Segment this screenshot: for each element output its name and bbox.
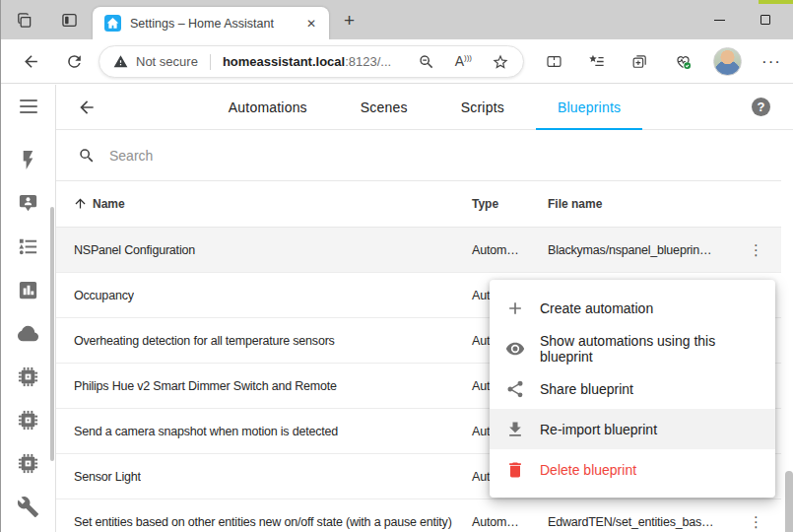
row-file-name: Blackymas/nspanel_blueprin…	[548, 243, 711, 257]
share-icon	[505, 379, 525, 399]
row-name: Overheating detection for all temperatur…	[74, 334, 335, 348]
row-name: Send a camera snapshot when motion is de…	[74, 425, 338, 438]
sidebar-item-device-3[interactable]	[1, 441, 55, 485]
bar-chart-icon	[17, 279, 39, 301]
sidebar-item-history[interactable]	[1, 268, 55, 311]
sidebar-item-badge[interactable]	[1, 181, 55, 225]
menu-item-label: Delete blueprint	[540, 462, 636, 478]
sidebar-menu-icon[interactable]	[20, 100, 37, 117]
tab-stacks-icon[interactable]	[16, 11, 34, 30]
menu-item-label: Show automations using this blueprint	[540, 333, 760, 365]
ha-sidebar	[1, 85, 56, 532]
table-row[interactable]: Set entities based on other entities new…	[56, 499, 781, 532]
ha-nav-tabs: Automations Scenes Scripts Blueprints	[207, 85, 642, 130]
sidebar-item-device-2[interactable]	[1, 398, 55, 441]
maximize-icon	[760, 15, 770, 25]
menu-item-share-blueprint[interactable]: Share blueprint	[490, 368, 775, 409]
row-overflow-menu-icon[interactable]: ⋮	[743, 511, 769, 532]
sort-ascending-icon[interactable]	[73, 196, 88, 211]
not-secure-warning-icon	[113, 54, 128, 69]
search-icon[interactable]	[78, 147, 96, 165]
blueprint-context-menu: Create automation Show automations using…	[490, 280, 775, 498]
sidebar-item-device-1[interactable]	[1, 355, 55, 398]
url-host: homeassistant.local	[223, 54, 345, 69]
column-header-file-name[interactable]: File name	[548, 197, 602, 211]
browser-window: Settings – Home Assistant ✕ + Not secure…	[0, 0, 793, 532]
row-type: Autom…	[472, 515, 518, 529]
row-name: Sensor Light	[74, 470, 141, 484]
tab-close-icon[interactable]: ✕	[302, 15, 320, 33]
address-bar[interactable]: Not secure homeassistant.local :8123/...…	[99, 45, 524, 78]
tab-scripts[interactable]: Scripts	[439, 85, 526, 130]
security-label: Not secure	[136, 54, 198, 69]
tab-title: Settings – Home Assistant	[130, 17, 302, 31]
plus-icon	[505, 299, 525, 318]
search-input[interactable]	[107, 147, 781, 165]
row-name: Occupancy	[74, 289, 134, 302]
chip-icon	[17, 452, 39, 475]
table-row[interactable]: NSPanel Configuration Autom… Blackymas/n…	[56, 228, 781, 273]
workspace-icon[interactable]	[60, 11, 79, 30]
sidebar-item-cloud[interactable]	[1, 311, 55, 355]
split-screen-icon[interactable]	[545, 52, 563, 71]
logbook-list-icon	[17, 235, 39, 258]
page-content: Automations Scenes Scripts Blueprints ? …	[1, 85, 793, 532]
help-icon[interactable]: ?	[752, 98, 770, 116]
sidebar-item-logbook[interactable]	[1, 225, 55, 268]
new-tab-button[interactable]: +	[338, 8, 361, 33]
menu-item-delete-blueprint[interactable]: Delete blueprint	[490, 449, 775, 490]
browser-essentials-icon[interactable]	[674, 52, 693, 71]
column-header-name[interactable]: Name	[93, 197, 125, 211]
delete-icon	[505, 460, 525, 480]
ha-main: Automations Scenes Scripts Blueprints ? …	[56, 85, 793, 532]
column-header-type[interactable]: Type	[472, 197, 498, 211]
row-name: Philips Hue v2 Smart Dimmer Switch and R…	[74, 379, 337, 393]
sidebar-scrollbar[interactable]	[50, 207, 54, 461]
favorite-star-icon[interactable]	[492, 53, 509, 71]
menu-item-label: Create automation	[540, 300, 653, 316]
read-aloud-icon[interactable]: A)))	[455, 53, 472, 71]
sidebar-item-energy[interactable]	[1, 138, 55, 181]
tab-automations[interactable]: Automations	[207, 85, 329, 130]
eye-icon	[505, 339, 525, 359]
zoom-out-icon[interactable]	[418, 53, 435, 71]
tab-blueprints[interactable]: Blueprints	[536, 85, 642, 130]
import-icon	[505, 420, 525, 439]
menu-item-label: Share blueprint	[540, 381, 633, 397]
menu-item-show-automations[interactable]: Show automations using this blueprint	[490, 328, 775, 368]
ha-back-icon[interactable]	[77, 98, 97, 117]
home-assistant-favicon	[104, 15, 121, 32]
chip-icon	[17, 366, 39, 388]
collections-icon[interactable]	[630, 52, 649, 71]
person-badge-icon	[17, 192, 39, 215]
minimize-icon	[714, 20, 725, 21]
chip-icon	[17, 409, 39, 432]
favorites-icon[interactable]	[587, 52, 606, 71]
green-accent-strip	[759, 0, 793, 4]
browser-tab[interactable]: Settings – Home Assistant ✕	[93, 7, 329, 39]
window-maximize-button[interactable]	[745, 0, 786, 39]
row-name: Set entities based on other entities new…	[74, 515, 452, 529]
cloud-icon	[17, 322, 39, 345]
row-name: NSPanel Configuration	[74, 243, 195, 257]
sidebar-item-tools[interactable]	[1, 485, 55, 528]
refresh-icon[interactable]	[65, 52, 84, 71]
menu-item-reimport-blueprint[interactable]: Re-import blueprint	[490, 409, 775, 449]
table-header: Name Type File name	[56, 181, 781, 228]
tab-scenes[interactable]: Scenes	[339, 85, 430, 130]
menu-item-create-automation[interactable]: Create automation	[490, 288, 775, 328]
row-type: Autom…	[472, 243, 518, 257]
wrench-icon	[17, 496, 39, 518]
lightning-bolt-icon	[17, 149, 39, 171]
search-bar	[56, 130, 781, 181]
browser-menu-icon[interactable]: ···	[761, 52, 781, 72]
row-file-name: EdwardTEN/set_entities_bas…	[548, 515, 713, 529]
menu-item-label: Re-import blueprint	[540, 422, 657, 437]
window-minimize-button[interactable]	[698, 0, 740, 39]
browser-back-icon[interactable]	[22, 52, 40, 71]
browser-titlebar: Settings – Home Assistant ✕ +	[1, 0, 793, 39]
row-overflow-menu-icon[interactable]: ⋮	[743, 239, 769, 261]
page-scrollbar[interactable]	[785, 471, 793, 532]
profile-avatar[interactable]	[713, 47, 742, 76]
address-divider	[210, 54, 211, 70]
